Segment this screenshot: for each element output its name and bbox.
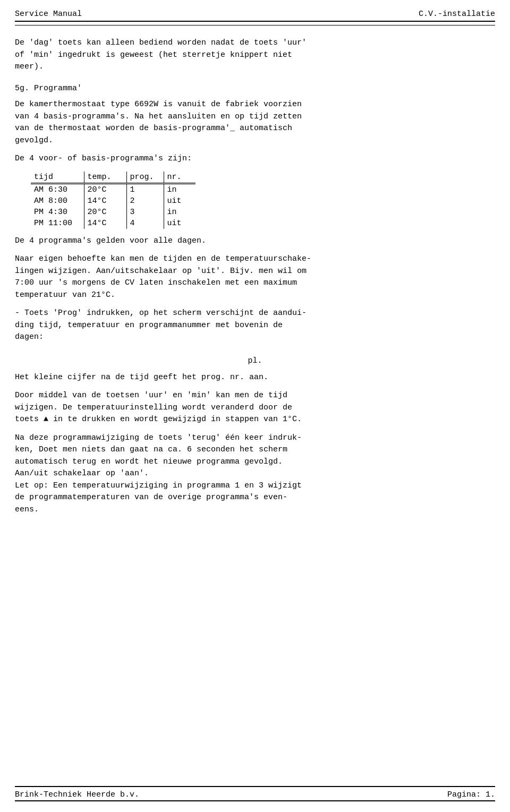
table-cell: 2 [126,195,164,207]
program-table-wrapper: tijd temp. prog. nr. AM 6:3020°C1inAM 8:… [31,172,479,229]
header-divider [15,25,495,25]
footer-divider-top [15,786,495,787]
footer-left: Brink-Techniek Heerde b.v. [15,790,139,799]
table-cell: 4 [126,218,164,229]
page-container: Service Manual C.V.-installatie De 'dag'… [0,0,510,812]
table-cell: uit [164,195,196,207]
header-left: Service Manual [15,10,82,19]
paragraph3: Het kleine cijfer na de tijd geeft het p… [15,372,495,384]
col-header-nr: nr. [164,172,196,184]
table-cell: AM 6:30 [31,183,84,195]
table-cell: uit [164,218,196,229]
table-row: PM 11:0014°C4uit [31,218,196,229]
col-header-temp: temp. [84,172,126,184]
content-area: De 'dag' toets kan alleen bediend worden… [15,27,495,780]
footer-area: Brink-Techniek Heerde b.v. Pagina: 1. [15,780,495,802]
section-heading: 5g. Programma' [15,83,495,95]
table-cell: 20°C [84,207,126,218]
table-row: AM 8:0014°C2uit [31,195,196,207]
section-p1: De kamerthermostaat type 6692W is vanuit… [15,99,495,147]
table-cell: 20°C [84,183,126,195]
paragraph4: Door middel van de toetsen 'uur' en 'min… [15,390,495,426]
table-cell: PM 11:00 [31,218,84,229]
table-cell: AM 8:00 [31,195,84,207]
table-cell: 14°C [84,195,126,207]
header: Service Manual C.V.-installatie [15,10,495,22]
table-intro: De 4 voor- of basis-programma's zijn: [15,153,495,165]
table-cell: PM 4:30 [31,207,84,218]
paragraph5: Na deze programmawijziging de toets 'ter… [15,432,495,516]
footer-right: Pagina: 1. [447,790,495,799]
col-header-tijd: tijd [31,172,84,184]
table-cell: 1 [126,183,164,195]
table-row: AM 6:3020°C1in [31,183,196,195]
header-right: C.V.-installatie [419,10,495,19]
table-cell: in [164,207,196,218]
list-item1: - Toets 'Prog' indrukken, op het scherm … [15,307,495,344]
table-cell: 3 [126,207,164,218]
table-row: PM 4:3020°C3in [31,207,196,218]
footer-divider-bottom [15,800,495,801]
section-heading-text: 5g. Programma' [15,84,82,93]
intro-paragraph: De 'dag' toets kan alleen bediend worden… [15,37,495,73]
footer: Brink-Techniek Heerde b.v. Pagina: 1. [15,788,495,799]
paragraph2: Naar eigen behoefte kan men de tijden en… [15,253,495,301]
col-header-prog: prog. [126,172,164,184]
program-table: tijd temp. prog. nr. AM 6:3020°C1inAM 8:… [31,172,196,229]
pl-label: pl. [15,356,495,365]
table-cell: 14°C [84,218,126,229]
after-table-text: De 4 programma's gelden voor alle dagen. [15,235,495,247]
pl-text: pl. [248,356,262,365]
table-cell: in [164,183,196,195]
